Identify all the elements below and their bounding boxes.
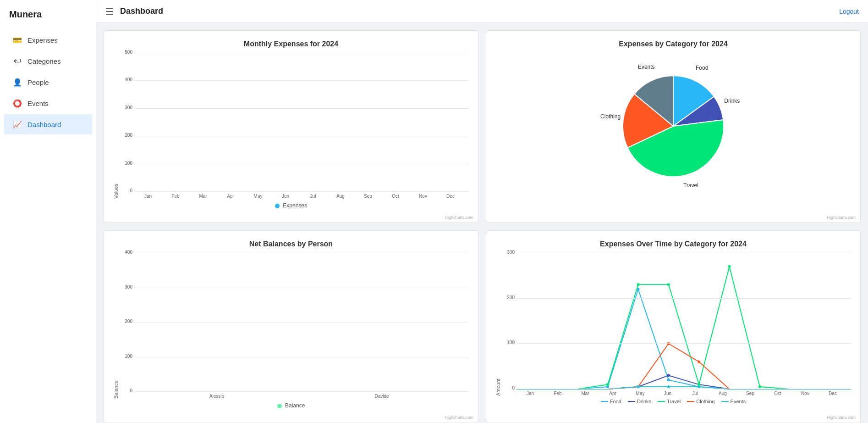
bar-chart-inner-monthly: 5004003002001000 JanFebMarAprMayJunJulAu…	[121, 53, 469, 199]
sidebar: Munera 💳Expenses🏷Categories👤People⭕Event…	[0, 0, 96, 423]
line-x-label: Dec	[819, 391, 846, 396]
highcharts-credit: Highcharts.com	[445, 215, 473, 220]
logout-button[interactable]: Logout	[839, 8, 859, 15]
line-legend-label: Food	[610, 399, 621, 404]
x-label: Apr	[217, 194, 244, 199]
balance-chart-area: 4003002001000	[121, 253, 469, 392]
balance-legend-item: Balance	[277, 402, 305, 409]
nav-label-expenses: Expenses	[27, 36, 58, 44]
monthly-chart-area: 5004003002001000	[121, 53, 469, 192]
line-x-labels: JanFebMarAprMayJunJulAugSepOctNovDec	[503, 389, 851, 396]
line-legend-Food: Food	[601, 399, 621, 404]
x-label: Nov	[409, 194, 437, 199]
balance-x-labels: AlessioDavide	[121, 392, 469, 399]
pie-svg: FoodDrinksTravelClothingEvents	[586, 55, 760, 193]
expenses-over-time-chart: Amount 3002001000 JanFebMarAprMayJunJulA…	[495, 253, 851, 404]
line-chart-area: 3002001000	[503, 253, 851, 389]
line-legend: FoodDrinksTravelClothingEvents	[495, 399, 851, 404]
y-axis-label-balance: Balance	[113, 253, 119, 399]
line-x-label: Nov	[791, 391, 819, 396]
line-x-label: Mar	[571, 391, 599, 396]
pie-label-Drinks: Drinks	[724, 98, 740, 104]
line-x-label: Sep	[736, 391, 764, 396]
sidebar-item-expenses[interactable]: 💳Expenses	[4, 30, 92, 50]
expenses-by-category-card: Expenses by Category for 2024 FoodDrinks…	[486, 30, 861, 223]
dashboard-icon: 📈	[13, 120, 22, 129]
x-label: Feb	[162, 194, 189, 199]
people-icon: 👤	[13, 78, 22, 87]
net-balances-title: Net Balances by Person	[113, 240, 469, 248]
page-title: Dashboard	[120, 6, 839, 16]
line-x-label: Oct	[764, 391, 791, 396]
monthly-x-labels: JanFebMarAprMayJunJulAugSepOctNovDec	[121, 192, 469, 199]
line-x-label: Feb	[544, 391, 571, 396]
pie-label-Food: Food	[696, 65, 708, 71]
expenses-over-time-card: Expenses Over Time by Category for 2024 …	[486, 230, 861, 423]
x-label: Oct	[382, 194, 409, 199]
sidebar-item-categories[interactable]: 🏷Categories	[4, 51, 92, 71]
net-balances-chart: Balance 4003002001000 AlessioDavide Bala…	[113, 253, 469, 409]
line-legend-label: Clothing	[696, 399, 714, 404]
pie-label-Clothing: Clothing	[600, 113, 621, 120]
pie-label-Events: Events	[638, 64, 655, 70]
y-axis-label-line: Amount	[495, 253, 501, 396]
line-legend-Drinks: Drinks	[628, 399, 651, 404]
monthly-expenses-chart: Values 5004003002001000 JanFebMarAprMayJ…	[113, 53, 469, 209]
expenses-icon: 💳	[13, 35, 22, 45]
line-x-label: May	[626, 391, 654, 396]
line-chart-inner: 3002001000 JanFebMarAprMayJunJulAugSepOc…	[503, 253, 851, 396]
y-axis-label-monthly: Values	[113, 53, 119, 199]
topbar: ☰ Dashboard Logout	[96, 0, 868, 23]
nav-label-categories: Categories	[27, 57, 61, 65]
monthly-legend: Expenses	[113, 202, 469, 209]
x-label: Sep	[354, 194, 382, 199]
nav-label-events: Events	[27, 100, 49, 107]
monthly-expenses-card: Monthly Expenses for 2024 Values 5004003…	[104, 30, 478, 223]
pie-chart-wrap: FoodDrinksTravelClothingEvents	[495, 53, 851, 195]
nav-list: 💳Expenses🏷Categories👤People⭕Events📈Dashb…	[0, 29, 96, 135]
expenses-by-category-title: Expenses by Category for 2024	[495, 40, 851, 48]
line-legend-label: Events	[731, 399, 746, 404]
sidebar-item-events[interactable]: ⭕Events	[4, 93, 92, 113]
expenses-over-time-title: Expenses Over Time by Category for 2024	[495, 240, 851, 248]
line-legend-label: Drinks	[637, 399, 651, 404]
main-content: Monthly Expenses for 2024 Values 5004003…	[96, 23, 868, 423]
line-legend-Events: Events	[721, 399, 746, 404]
line-x-label: Apr	[599, 391, 626, 396]
highcharts-credit-4: Highcharts.com	[827, 415, 856, 420]
x-label: Alessio	[134, 394, 299, 399]
monthly-legend-item: Expenses	[275, 202, 307, 209]
x-label: Mar	[189, 194, 217, 199]
app-title: Munera	[0, 5, 96, 29]
line-x-label: Jan	[516, 391, 544, 396]
monthly-legend-dot	[275, 204, 280, 208]
line-legend-Clothing: Clothing	[687, 399, 714, 404]
sidebar-item-people[interactable]: 👤People	[4, 72, 92, 92]
line-x-label: Aug	[709, 391, 736, 396]
bar-chart-inner-balance: 4003002001000 AlessioDavide	[121, 253, 469, 399]
events-icon: ⭕	[13, 99, 22, 108]
x-label: Jun	[272, 194, 299, 199]
line-legend-Travel: Travel	[658, 399, 681, 404]
x-label: Davide	[299, 394, 464, 399]
line-x-label: Jun	[654, 391, 681, 396]
monthly-expenses-title: Monthly Expenses for 2024	[113, 40, 469, 48]
x-label: Aug	[327, 194, 354, 199]
menu-icon[interactable]: ☰	[105, 6, 114, 17]
line-x-label: Jul	[681, 391, 709, 396]
x-label: May	[244, 194, 272, 199]
net-balances-card: Net Balances by Person Balance 400300200…	[104, 230, 478, 423]
balance-legend: Balance	[113, 402, 469, 409]
balance-legend-label: Balance	[285, 402, 305, 409]
highcharts-credit-2: Highcharts.com	[827, 215, 856, 220]
balance-legend-dot	[277, 404, 282, 408]
monthly-legend-label: Expenses	[283, 202, 307, 209]
x-label: Dec	[437, 194, 464, 199]
sidebar-item-dashboard[interactable]: 📈Dashboard	[4, 114, 92, 134]
pie-label-Travel: Travel	[683, 182, 698, 189]
nav-label-dashboard: Dashboard	[27, 121, 61, 128]
x-label: Jul	[299, 194, 327, 199]
nav-label-people: People	[27, 78, 49, 86]
highcharts-credit-3: Highcharts.com	[445, 415, 473, 420]
line-legend-label: Travel	[667, 399, 681, 404]
